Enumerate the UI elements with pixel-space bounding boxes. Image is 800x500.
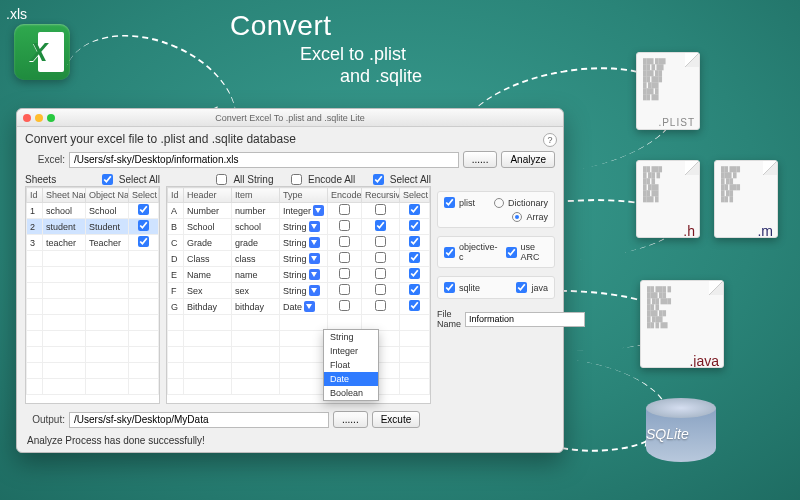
sqlite-database-icon: SQLite — [646, 398, 716, 462]
encode-checkbox[interactable] — [339, 236, 350, 247]
row-select-checkbox[interactable] — [409, 268, 420, 279]
recursive-checkbox[interactable] — [375, 268, 386, 279]
row-select-checkbox[interactable] — [409, 300, 420, 311]
recursive-checkbox[interactable] — [375, 300, 386, 311]
col-object-name[interactable]: Object Name — [86, 188, 129, 203]
excel-path-input[interactable] — [69, 152, 459, 168]
sqlite-checkbox[interactable] — [444, 282, 455, 293]
type-dropdown-toggle[interactable] — [304, 301, 315, 312]
table-row[interactable]: BSchoolschool String — [168, 219, 430, 235]
objc-label: objective-c — [459, 242, 498, 262]
hcol-type[interactable]: Type — [280, 188, 328, 203]
type-dropdown-toggle[interactable] — [309, 253, 320, 264]
window-title: Convert Excel To .plist and .sqlite Lite — [17, 113, 563, 123]
row-select-checkbox[interactable] — [138, 236, 149, 247]
row-select-checkbox[interactable] — [409, 220, 420, 231]
encode-all-checkbox[interactable] — [291, 174, 302, 185]
all-string-label: All String — [233, 174, 273, 185]
help-icon[interactable]: ? — [543, 133, 557, 147]
hcol-id[interactable]: Id — [168, 188, 184, 203]
app-window: Convert Excel To .plist and .sqlite Lite… — [16, 108, 564, 453]
execute-button[interactable]: Excute — [372, 411, 421, 428]
recursive-checkbox[interactable] — [375, 204, 386, 215]
hcol-select[interactable]: Select — [400, 188, 430, 203]
table-row[interactable]: GBithdaybithday Date — [168, 299, 430, 315]
encode-checkbox[interactable] — [339, 220, 350, 231]
objc-option-group: objective-c use ARC — [437, 236, 555, 268]
java-file-icon: ██ ███ ████ ███ ██ █████ ████ ███ █████ … — [640, 280, 724, 368]
hcol-recursive[interactable]: Recursive — [362, 188, 400, 203]
recursive-checkbox[interactable] — [375, 252, 386, 263]
type-dropdown-toggle[interactable] — [309, 221, 320, 232]
encode-checkbox[interactable] — [339, 268, 350, 279]
type-dropdown-toggle[interactable] — [309, 237, 320, 248]
sheets-select-all-checkbox[interactable] — [102, 174, 113, 185]
encode-all-label: Encode All — [308, 174, 355, 185]
table-row[interactable]: ENamename String — [168, 267, 430, 283]
objc-checkbox[interactable] — [444, 247, 455, 258]
close-icon[interactable] — [23, 114, 31, 122]
type-dropdown-toggle[interactable] — [309, 269, 320, 280]
row-select-checkbox[interactable] — [138, 220, 149, 231]
row-select-checkbox[interactable] — [409, 204, 420, 215]
type-menu-item[interactable]: String — [324, 330, 378, 344]
table-row[interactable]: CGradegrade String — [168, 235, 430, 251]
table-row[interactable]: ANumbernumber Integer — [168, 203, 430, 219]
type-menu-item[interactable]: Float — [324, 358, 378, 372]
table-row[interactable]: 1schoolSchool — [27, 203, 159, 219]
recursive-checkbox[interactable] — [375, 236, 386, 247]
table-row[interactable]: FSexsex String — [168, 283, 430, 299]
row-select-checkbox[interactable] — [409, 252, 420, 263]
type-menu-item[interactable]: Boolean — [324, 386, 378, 400]
hcol-encode[interactable]: Encode — [328, 188, 362, 203]
promo-subhead-2: and .sqlite — [340, 66, 422, 87]
browse-output-button[interactable]: ...... — [333, 411, 368, 428]
browse-excel-button[interactable]: ...... — [463, 151, 498, 168]
type-menu-item[interactable]: Date — [324, 372, 378, 386]
headers-table: Id Header Item Type Encode Recursive Sel… — [166, 186, 431, 404]
encode-checkbox[interactable] — [339, 204, 350, 215]
excel-path-label: Excel: — [25, 154, 65, 165]
plist-array-radio[interactable] — [512, 212, 522, 222]
plist-dictionary-radio[interactable] — [494, 198, 504, 208]
headers-select-all-label: Select All — [390, 174, 431, 185]
type-menu-item[interactable]: Integer — [324, 344, 378, 358]
output-path-input[interactable] — [69, 412, 329, 428]
encode-checkbox[interactable] — [339, 252, 350, 263]
sheets-select-all-label: Select All — [119, 174, 160, 185]
use-arc-checkbox[interactable] — [506, 247, 517, 258]
headers-select-all-checkbox[interactable] — [373, 174, 384, 185]
sqlite-label: sqlite — [459, 283, 480, 293]
col-sheet-name[interactable]: Sheet Name — [43, 188, 86, 203]
plist-file-icon: ███ █████ █ █████ ████ ████ ██████ ███ █… — [636, 52, 700, 130]
row-select-checkbox[interactable] — [409, 284, 420, 295]
recursive-checkbox[interactable] — [375, 220, 386, 231]
all-string-checkbox[interactable] — [216, 174, 227, 185]
java-label: java — [531, 283, 548, 293]
recursive-checkbox[interactable] — [375, 284, 386, 295]
hcol-item[interactable]: Item — [232, 188, 280, 203]
col-id[interactable]: Id — [27, 188, 43, 203]
encode-checkbox[interactable] — [339, 300, 350, 311]
row-select-checkbox[interactable] — [409, 236, 420, 247]
type-dropdown-toggle[interactable] — [313, 205, 324, 216]
type-dropdown-toggle[interactable] — [309, 285, 320, 296]
excel-file-icon: X — [14, 24, 70, 80]
filename-label: File Name — [437, 309, 461, 329]
plist-checkbox[interactable] — [444, 197, 455, 208]
page-subtitle: Convert your excel file to .plist and .s… — [17, 127, 563, 148]
encode-checkbox[interactable] — [339, 284, 350, 295]
table-row[interactable]: 2studentStudent — [27, 219, 159, 235]
col-select[interactable]: Select — [129, 188, 159, 203]
java-checkbox[interactable] — [516, 282, 527, 293]
minimize-icon[interactable] — [35, 114, 43, 122]
filename-input[interactable] — [465, 312, 585, 327]
type-dropdown-menu[interactable]: StringIntegerFloatDateBoolean — [323, 329, 379, 401]
row-select-checkbox[interactable] — [138, 204, 149, 215]
hcol-header[interactable]: Header — [184, 188, 232, 203]
analyze-button[interactable]: Analyze — [501, 151, 555, 168]
table-row[interactable]: DClassclass String — [168, 251, 430, 267]
promo-headline: Convert — [230, 10, 332, 42]
table-row[interactable]: 3teacherTeacher — [27, 235, 159, 251]
zoom-icon[interactable] — [47, 114, 55, 122]
